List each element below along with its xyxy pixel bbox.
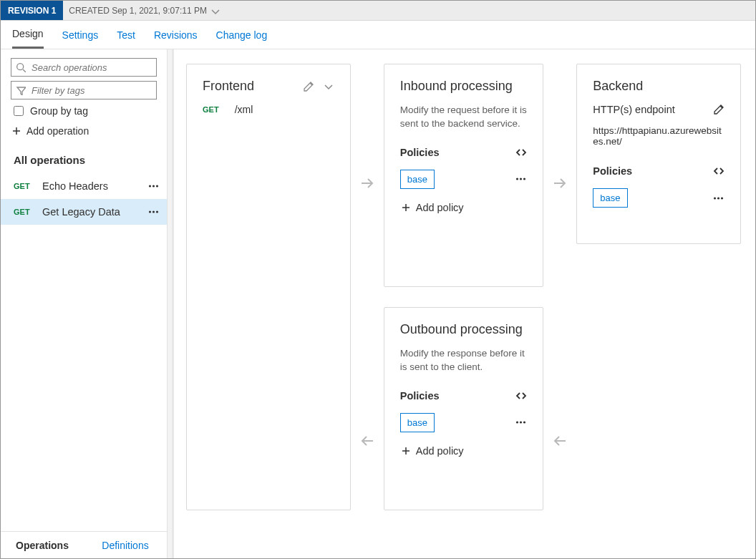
plus-icon [400,445,412,457]
search-operations-field[interactable] [30,62,152,74]
dots-icon [515,417,527,428]
operation-menu-button[interactable] [147,180,160,192]
search-icon [16,62,26,72]
chevron-down-icon [210,6,220,16]
dots-icon [712,193,724,204]
backend-panel: Backend HTTP(s) endpoint https://httpapi… [576,64,741,244]
tab-settings[interactable]: Settings [62,22,99,48]
code-icon [515,390,527,402]
frontend-path: /xml [235,104,253,115]
outbound-base-policy[interactable]: base [400,413,435,432]
revision-created-text: CREATED Sep 1, 2021, 9:07:11 PM [69,6,207,16]
operation-item-echo-headers[interactable]: GET Echo Headers [1,173,167,199]
outbound-desc: Modify the response before it is sent to… [400,347,528,374]
inbound-panel: Inbound processing Modify the request be… [384,64,544,287]
search-operations-input[interactable] [11,58,157,77]
outbound-policy-menu[interactable] [515,417,527,428]
backend-code-button[interactable] [713,165,724,177]
operation-method: GET [14,208,32,216]
arrow-left-icon [552,433,568,449]
main-tabs: Design Settings Test Revisions Change lo… [1,21,755,49]
code-icon [713,165,724,177]
group-by-tag-row[interactable]: Group by tag [11,104,157,118]
inbound-add-policy-label: Add policy [416,202,464,213]
inbound-add-policy[interactable]: Add policy [400,202,528,213]
inbound-title: Inbound processing [400,79,513,94]
arrow-left-icon [359,433,375,449]
frontend-panel: Frontend GET /xml [186,64,351,510]
inbound-base-policy[interactable]: base [400,170,435,189]
all-operations-header[interactable]: All operations [1,150,167,173]
revision-bar: REVISION 1 CREATED Sep 1, 2021, 9:07:11 … [1,1,755,21]
filter-tags-field[interactable] [30,84,152,97]
operation-item-get-legacy-data[interactable]: GET Get Legacy Data [1,199,167,225]
group-by-tag-checkbox[interactable] [14,106,24,116]
code-icon [515,147,527,158]
tab-revisions[interactable]: Revisions [154,22,198,48]
backend-endpoint-label: HTTP(s) endpoint [593,104,674,115]
outbound-add-policy[interactable]: Add policy [400,445,528,457]
frontend-edit-button[interactable] [303,81,314,92]
filter-tags-input[interactable] [11,81,157,99]
pencil-icon [713,104,724,115]
tab-changelog[interactable]: Change log [216,22,268,48]
outbound-title: Outbound processing [400,322,523,337]
frontend-expand-button[interactable] [323,81,334,92]
backend-title: Backend [593,79,643,94]
group-by-tag-label: Group by tag [30,105,88,117]
plus-icon [11,125,22,137]
backend-endpoint-url: https://httpapianu.azurewebsites.net/ [593,125,724,147]
tab-test[interactable]: Test [117,22,135,48]
add-operation-label: Add operation [26,125,89,137]
dots-icon [147,180,160,192]
add-operation-button[interactable]: Add operation [11,125,157,137]
backend-policies-label: Policies [593,165,632,177]
operation-name: Echo Headers [42,180,137,192]
outbound-add-policy-label: Add policy [416,445,464,457]
frontend-operation: GET /xml [203,104,334,115]
inbound-policy-menu[interactable] [515,173,527,185]
frontend-method: GET [203,105,219,114]
outbound-policies-label: Policies [400,390,440,402]
outbound-code-button[interactable] [515,390,527,402]
operations-sidebar: Group by tag Add operation All operation… [1,49,168,558]
revision-badge[interactable]: REVISION 1 [1,1,63,20]
dots-icon [515,173,527,185]
pencil-icon [303,81,314,92]
revision-created[interactable]: CREATED Sep 1, 2021, 9:07:11 PM [69,6,220,16]
inbound-policies-label: Policies [400,147,440,158]
arrow-right-icon [552,175,568,191]
backend-base-policy[interactable]: base [593,188,627,208]
sidebar-bottom-tabs: Operations Definitions [1,531,167,558]
bottom-tab-definitions[interactable]: Definitions [84,532,167,558]
filter-icon [16,85,26,95]
backend-edit-endpoint[interactable] [713,104,724,115]
operation-method: GET [14,182,32,190]
tab-design[interactable]: Design [12,21,44,49]
arrow-right-icon [359,175,375,191]
outbound-panel: Outbound processing Modify the response … [384,307,544,510]
bottom-tab-operations[interactable]: Operations [1,532,84,558]
operation-name: Get Legacy Data [42,206,137,218]
backend-policy-menu[interactable] [712,193,724,204]
operation-menu-button[interactable] [147,206,160,218]
chevron-down-icon [323,81,334,92]
inbound-code-button[interactable] [515,147,527,158]
inbound-desc: Modify the request before it is sent to … [400,104,528,131]
frontend-title: Frontend [203,79,254,94]
policy-editor: Frontend GET /xml [168,49,755,558]
dots-icon [147,206,160,218]
plus-icon [400,202,412,213]
